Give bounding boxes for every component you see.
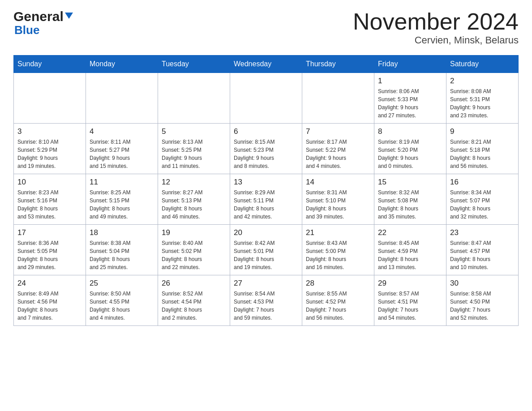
day-number: 22 — [378, 228, 442, 237]
day-info: Sunrise: 8:49 AM Sunset: 4:56 PM Dayligh… — [17, 290, 82, 322]
calendar-cell: 5Sunrise: 8:13 AM Sunset: 5:25 PM Daylig… — [158, 124, 230, 174]
month-title: November 2024 — [353, 9, 519, 34]
calendar-cell: 13Sunrise: 8:29 AM Sunset: 5:11 PM Dayli… — [230, 174, 302, 225]
day-info: Sunrise: 8:10 AM Sunset: 5:29 PM Dayligh… — [17, 138, 82, 170]
calendar-cell — [14, 73, 86, 124]
day-info: Sunrise: 8:08 AM Sunset: 5:31 PM Dayligh… — [450, 87, 515, 120]
day-info: Sunrise: 8:17 AM Sunset: 5:22 PM Dayligh… — [306, 138, 370, 170]
day-info: Sunrise: 8:52 AM Sunset: 4:54 PM Dayligh… — [162, 290, 226, 322]
day-info: Sunrise: 8:54 AM Sunset: 4:53 PM Dayligh… — [234, 290, 298, 322]
day-number: 17 — [17, 228, 82, 237]
logo-triangle-icon — [64, 11, 74, 21]
calendar-cell: 20Sunrise: 8:42 AM Sunset: 5:01 PM Dayli… — [230, 225, 302, 275]
logo-blue-text: Blue — [13, 24, 39, 36]
day-number: 30 — [450, 279, 515, 288]
calendar-week-row: 17Sunrise: 8:36 AM Sunset: 5:05 PM Dayli… — [14, 225, 519, 275]
calendar-cell: 16Sunrise: 8:34 AM Sunset: 5:07 PM Dayli… — [446, 174, 519, 225]
day-number: 26 — [162, 279, 226, 288]
calendar-cell: 6Sunrise: 8:15 AM Sunset: 5:23 PM Daylig… — [230, 124, 302, 174]
calendar-cell: 26Sunrise: 8:52 AM Sunset: 4:54 PM Dayli… — [158, 275, 230, 326]
calendar-cell: 30Sunrise: 8:58 AM Sunset: 4:50 PM Dayli… — [446, 275, 519, 326]
day-number: 8 — [378, 127, 442, 136]
day-info: Sunrise: 8:31 AM Sunset: 5:10 PM Dayligh… — [306, 188, 370, 221]
calendar-table: SundayMondayTuesdayWednesdayThursdayFrid… — [13, 55, 519, 326]
weekday-header-saturday: Saturday — [446, 56, 519, 73]
calendar-week-row: 24Sunrise: 8:49 AM Sunset: 4:56 PM Dayli… — [14, 275, 519, 326]
day-info: Sunrise: 8:47 AM Sunset: 4:57 PM Dayligh… — [450, 239, 515, 271]
calendar-cell: 17Sunrise: 8:36 AM Sunset: 5:05 PM Dayli… — [14, 225, 86, 275]
calendar-cell: 15Sunrise: 8:32 AM Sunset: 5:08 PM Dayli… — [374, 174, 446, 225]
day-info: Sunrise: 8:11 AM Sunset: 5:27 PM Dayligh… — [90, 138, 154, 170]
calendar-cell: 22Sunrise: 8:45 AM Sunset: 4:59 PM Dayli… — [374, 225, 446, 275]
calendar-cell — [302, 73, 374, 124]
calendar-cell: 24Sunrise: 8:49 AM Sunset: 4:56 PM Dayli… — [14, 275, 86, 326]
day-number: 4 — [90, 127, 154, 136]
day-number: 20 — [234, 228, 298, 237]
day-number: 25 — [90, 279, 154, 288]
location-title: Cervien, Minsk, Belarus — [353, 34, 519, 46]
day-info: Sunrise: 8:15 AM Sunset: 5:23 PM Dayligh… — [234, 138, 298, 170]
calendar-cell: 9Sunrise: 8:21 AM Sunset: 5:18 PM Daylig… — [446, 124, 519, 174]
day-number: 13 — [234, 178, 298, 187]
day-number: 16 — [450, 178, 515, 187]
day-number: 28 — [306, 279, 370, 288]
day-number: 18 — [90, 228, 154, 237]
day-info: Sunrise: 8:19 AM Sunset: 5:20 PM Dayligh… — [378, 138, 442, 170]
calendar-week-row: 1Sunrise: 8:06 AM Sunset: 5:33 PM Daylig… — [14, 73, 519, 124]
day-number: 10 — [17, 178, 82, 187]
day-number: 9 — [450, 127, 515, 136]
day-number: 24 — [17, 279, 82, 288]
day-info: Sunrise: 8:58 AM Sunset: 4:50 PM Dayligh… — [450, 290, 515, 322]
calendar-week-row: 10Sunrise: 8:23 AM Sunset: 5:16 PM Dayli… — [14, 174, 519, 225]
calendar-cell — [86, 73, 158, 124]
day-info: Sunrise: 8:29 AM Sunset: 5:11 PM Dayligh… — [234, 188, 298, 221]
calendar-cell: 1Sunrise: 8:06 AM Sunset: 5:33 PM Daylig… — [374, 73, 446, 124]
day-number: 7 — [306, 127, 370, 136]
day-info: Sunrise: 8:32 AM Sunset: 5:08 PM Dayligh… — [378, 188, 442, 221]
day-info: Sunrise: 8:42 AM Sunset: 5:01 PM Dayligh… — [234, 239, 298, 271]
calendar-week-row: 3Sunrise: 8:10 AM Sunset: 5:29 PM Daylig… — [14, 124, 519, 174]
day-info: Sunrise: 8:21 AM Sunset: 5:18 PM Dayligh… — [450, 138, 515, 170]
day-number: 3 — [17, 127, 82, 136]
day-info: Sunrise: 8:36 AM Sunset: 5:05 PM Dayligh… — [17, 239, 82, 271]
weekday-header-tuesday: Tuesday — [158, 56, 230, 73]
day-info: Sunrise: 8:38 AM Sunset: 5:04 PM Dayligh… — [90, 239, 154, 271]
day-info: Sunrise: 8:13 AM Sunset: 5:25 PM Dayligh… — [162, 138, 226, 170]
calendar-cell: 23Sunrise: 8:47 AM Sunset: 4:57 PM Dayli… — [446, 225, 519, 275]
day-number: 15 — [378, 178, 442, 187]
calendar-cell: 12Sunrise: 8:27 AM Sunset: 5:13 PM Dayli… — [158, 174, 230, 225]
calendar-cell: 19Sunrise: 8:40 AM Sunset: 5:02 PM Dayli… — [158, 225, 230, 275]
calendar-cell: 2Sunrise: 8:08 AM Sunset: 5:31 PM Daylig… — [446, 73, 519, 124]
day-number: 2 — [450, 77, 515, 86]
day-info: Sunrise: 8:55 AM Sunset: 4:52 PM Dayligh… — [306, 290, 370, 322]
calendar-cell: 7Sunrise: 8:17 AM Sunset: 5:22 PM Daylig… — [302, 124, 374, 174]
day-number: 12 — [162, 178, 226, 187]
day-info: Sunrise: 8:23 AM Sunset: 5:16 PM Dayligh… — [17, 188, 82, 221]
day-number: 5 — [162, 127, 226, 136]
day-number: 1 — [378, 77, 442, 86]
calendar-cell: 3Sunrise: 8:10 AM Sunset: 5:29 PM Daylig… — [14, 124, 86, 174]
calendar-cell: 10Sunrise: 8:23 AM Sunset: 5:16 PM Dayli… — [14, 174, 86, 225]
calendar-cell: 29Sunrise: 8:57 AM Sunset: 4:51 PM Dayli… — [374, 275, 446, 326]
day-number: 14 — [306, 178, 370, 187]
day-info: Sunrise: 8:27 AM Sunset: 5:13 PM Dayligh… — [162, 188, 226, 221]
calendar-cell: 4Sunrise: 8:11 AM Sunset: 5:27 PM Daylig… — [86, 124, 158, 174]
logo-general-text: General — [13, 9, 64, 24]
weekday-header-thursday: Thursday — [302, 56, 374, 73]
weekday-header-row: SundayMondayTuesdayWednesdayThursdayFrid… — [14, 56, 519, 73]
day-number: 27 — [234, 279, 298, 288]
calendar-cell: 14Sunrise: 8:31 AM Sunset: 5:10 PM Dayli… — [302, 174, 374, 225]
calendar-cell: 21Sunrise: 8:43 AM Sunset: 5:00 PM Dayli… — [302, 225, 374, 275]
title-area: November 2024 Cervien, Minsk, Belarus — [353, 9, 519, 46]
day-info: Sunrise: 8:43 AM Sunset: 5:00 PM Dayligh… — [306, 239, 370, 271]
calendar-cell — [158, 73, 230, 124]
day-info: Sunrise: 8:50 AM Sunset: 4:55 PM Dayligh… — [90, 290, 154, 322]
day-info: Sunrise: 8:34 AM Sunset: 5:07 PM Dayligh… — [450, 188, 515, 221]
day-info: Sunrise: 8:45 AM Sunset: 4:59 PM Dayligh… — [378, 239, 442, 271]
weekday-header-friday: Friday — [374, 56, 446, 73]
weekday-header-sunday: Sunday — [14, 56, 86, 73]
logo: General Blue — [13, 9, 74, 36]
calendar-cell: 28Sunrise: 8:55 AM Sunset: 4:52 PM Dayli… — [302, 275, 374, 326]
day-info: Sunrise: 8:25 AM Sunset: 5:15 PM Dayligh… — [90, 188, 154, 221]
calendar-cell: 11Sunrise: 8:25 AM Sunset: 5:15 PM Dayli… — [86, 174, 158, 225]
